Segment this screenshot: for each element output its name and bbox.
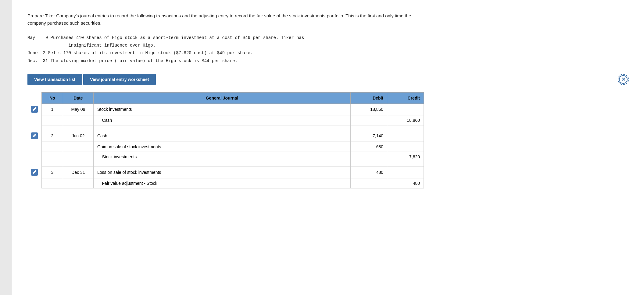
credit-2-2 [387,142,424,152]
table-row: 2 Jun 02 Cash 7,140 [27,130,424,142]
close-button[interactable]: ✕ [618,74,629,85]
transaction-2: June 2 Sells 170 shares of its investmen… [27,49,629,57]
date-3: Dec 31 [63,167,94,178]
credit-1-1 [387,104,424,115]
credit-2-3: 7,820 [387,152,424,162]
table-row: Stock investments 7,820 [27,152,424,162]
debit-1-1: 18,860 [351,104,387,115]
transaction-1-cont: insignificant influence over Higo. [27,43,156,48]
debit-1-2 [351,115,387,125]
table-row-empty [27,162,424,167]
transaction-3: Dec. 31 The closing market price (fair v… [27,57,629,65]
view-journal-entry-worksheet-button[interactable]: View journal entry worksheet [83,74,156,85]
entry-no-3: 3 [42,167,63,178]
date-1: May 09 [63,104,94,115]
close-icon: ✕ [619,75,628,84]
edit-cell-1b [27,115,42,125]
col-header-date: Date [63,92,94,104]
edit-cell-3 [27,167,42,178]
transaction-1-text: May 9 Purchases 410 shares of Higo stock… [27,35,304,40]
col-header-no: No [42,92,63,104]
credit-3-1 [387,167,424,178]
debit-3-1: 480 [351,167,387,178]
col-header-credit: Credit [387,92,424,104]
button-row: View transaction list View journal entry… [27,74,629,85]
credit-2-1 [387,130,424,142]
desc-3-2: Fair value adjustment - Stock [94,178,351,188]
sidebar: k [0,0,12,295]
table-row: Cash 18,860 [27,115,424,125]
table-row: Gain on sale of stock investments 680 [27,142,424,152]
edit-icon-3[interactable] [31,169,38,176]
edit-icon-2[interactable] [31,132,38,139]
desc-2-1: Cash [94,130,351,142]
date-1b [63,115,94,125]
main-content: Prepare Tiker Company's journal entries … [12,0,644,295]
table-row: Fair value adjustment - Stock 480 [27,178,424,188]
table-row-empty [27,125,424,130]
entry-no-2: 2 [42,130,63,142]
desc-1-1: Stock investments [94,104,351,115]
problem-title: Prepare Tiker Company's journal entries … [27,12,424,27]
col-header-debit: Debit [351,92,387,104]
desc-3-1: Loss on sale of stock investments [94,167,351,178]
view-transaction-list-button[interactable]: View transaction list [27,74,82,85]
edit-cell-1 [27,104,42,115]
debit-2-3 [351,152,387,162]
debit-3-2 [351,178,387,188]
desc-2-3: Stock investments [94,152,351,162]
transactions-block: May 9 Purchases 410 shares of Higo stock… [27,34,629,65]
desc-2-2: Gain on sale of stock investments [94,142,351,152]
table-row: 1 May 09 Stock investments 18,860 [27,104,424,115]
table-row: 3 Dec 31 Loss on sale of stock investmen… [27,167,424,178]
journal-table: No Date General Journal Debit Credit 1 M… [27,92,424,188]
edit-icon-1[interactable] [31,106,38,113]
entry-no-1: 1 [42,104,63,115]
col-header-general-journal: General Journal [94,92,351,104]
col-header-icon [27,92,42,104]
debit-2-1: 7,140 [351,130,387,142]
debit-2-2: 680 [351,142,387,152]
credit-1-2: 18,860 [387,115,424,125]
no-1b [42,115,63,125]
date-2: Jun 02 [63,130,94,142]
credit-3-2: 480 [387,178,424,188]
transaction-1: May 9 Purchases 410 shares of Higo stock… [27,34,629,49]
desc-1-2: Cash [94,115,351,125]
edit-cell-2 [27,130,42,142]
